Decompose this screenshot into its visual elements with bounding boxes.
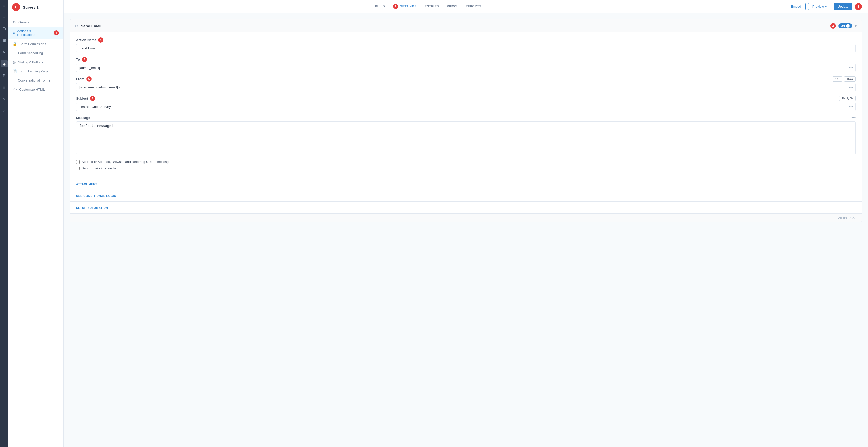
sidebar-item-label-styling: Styling & Buttons [18, 60, 43, 64]
toggle-label: ON [841, 24, 845, 27]
tab-entries[interactable]: ENTRIES [425, 1, 439, 13]
landing-page-icon: 📄 [13, 69, 17, 73]
action-name-label: Action Name 4 [76, 37, 103, 42]
rail-circle2-icon[interactable]: ○ [1, 95, 8, 102]
to-input[interactable] [76, 63, 856, 72]
action-id-text: Action ID: 22 [838, 216, 856, 220]
subject-label-row: Subject 7 Reply To [76, 96, 856, 101]
general-icon: ⚙ [13, 20, 16, 24]
conditional-logic-title[interactable]: USE CONDITIONAL LOGIC [76, 195, 116, 198]
send-email-card: ✉ Send Email 3 ON ▾ [70, 19, 862, 222]
message-textarea[interactable]: [default-message] [76, 121, 856, 154]
sidebar-header: F Survey 1 [8, 0, 63, 14]
rail-grid-icon[interactable]: ⊞ [1, 84, 8, 91]
sidebar-item-form-permissions[interactable]: 🔒 Form Permissions [8, 39, 63, 48]
rail-pin-icon[interactable]: ⚲ [1, 49, 8, 56]
sidebar-item-actions-notifications[interactable]: ≡ Actions & Notifications 1 [8, 27, 63, 39]
tab-build[interactable]: BUILD [375, 1, 385, 13]
from-label: From 6 [76, 77, 92, 82]
attachment-section[interactable]: ATTACHMENT [70, 178, 862, 189]
subject-input-wrapper: ••• [76, 102, 856, 111]
subject-group: Subject 7 Reply To ••• [76, 96, 856, 111]
permissions-icon: 🔒 [13, 42, 17, 46]
action-name-input[interactable] [76, 44, 856, 52]
conditional-logic-section[interactable]: USE CONDITIONAL LOGIC [70, 189, 862, 202]
icon-rail: ≡ + ⧠ ▣ ⚲ ◉ ⚙ ⊞ ○ ▷ [0, 0, 8, 447]
subject-dots-icon[interactable]: ••• [849, 105, 853, 109]
envelope-icon: ✉ [75, 24, 79, 28]
rail-layers-icon[interactable]: ⧠ [1, 25, 8, 32]
toggle-on-switch[interactable]: ON [838, 23, 852, 28]
bcc-button[interactable]: BCC [844, 77, 856, 82]
message-actions: ••• [851, 115, 856, 120]
card-collapse-icon[interactable]: ▾ [855, 24, 857, 28]
sidebar-item-form-scheduling[interactable]: ⊡ Form Scheduling [8, 48, 63, 57]
append-ip-label: Append IP Address, Browser, and Referrin… [82, 160, 170, 164]
from-label-row: From 6 CC BCC [76, 77, 856, 82]
from-input[interactable] [76, 83, 856, 91]
sidebar-item-label-landing: Form Landing Page [20, 69, 48, 73]
rail-chat-icon[interactable]: ▣ [1, 37, 8, 44]
message-label: Message [76, 116, 90, 120]
append-ip-checkbox-row: Append IP Address, Browser, and Referrin… [76, 160, 856, 164]
sidebar-item-label-general: General [19, 20, 30, 24]
card-footer: Action ID: 22 [70, 213, 862, 222]
sidebar: F Survey 1 ⚙ General ≡ Actions & Notific… [8, 0, 64, 447]
sidebar-item-label-html: Customize HTML [19, 88, 44, 91]
update-button[interactable]: Update [834, 3, 852, 10]
from-input-wrapper: ••• [76, 83, 856, 91]
sidebar-item-label-conversational: Conversational Forms [18, 79, 50, 82]
message-label-row: Message ••• [76, 115, 856, 120]
sidebar-item-conversational-forms[interactable]: ▱ Conversational Forms [8, 76, 63, 85]
rail-circle-icon[interactable]: ◉ [1, 60, 8, 67]
top-nav-actions: Embed Preview ▾ Update 8 [786, 3, 862, 10]
card-header: ✉ Send Email 3 ON ▾ [70, 20, 862, 32]
app-logo: F [12, 3, 20, 11]
action-name-badge: 4 [98, 37, 103, 42]
actions-badge: 1 [54, 30, 59, 35]
subject-input[interactable] [76, 102, 856, 111]
setup-automation-title[interactable]: SETUP AUTOMATION [76, 206, 108, 209]
sidebar-item-styling-buttons[interactable]: ◎ Styling & Buttons [8, 57, 63, 66]
subject-label: Subject 7 [76, 96, 95, 101]
main-area: BUILD 2 SETTINGS ENTRIES VIEWS REPORTS E… [64, 0, 868, 447]
preview-button[interactable]: Preview ▾ [808, 3, 831, 10]
tab-settings[interactable]: 2 SETTINGS [393, 0, 416, 13]
to-dots-icon[interactable]: ••• [849, 65, 853, 70]
main-content: ✉ Send Email 3 ON ▾ [64, 13, 868, 447]
html-icon: <> [13, 87, 17, 91]
action-name-label-row: Action Name 4 [76, 37, 856, 42]
rail-play-icon[interactable]: ▷ [1, 107, 8, 114]
append-ip-checkbox[interactable] [76, 160, 80, 164]
rail-wrench-icon[interactable]: ⚙ [1, 72, 8, 79]
to-badge: 5 [82, 57, 87, 62]
sidebar-item-label-permissions: Form Permissions [20, 42, 46, 46]
plain-text-checkbox[interactable] [76, 167, 80, 170]
action-name-group: Action Name 4 [76, 37, 856, 52]
sidebar-item-form-landing-page[interactable]: 📄 Form Landing Page [8, 66, 63, 76]
toggle-circle [846, 24, 849, 28]
sidebar-item-customize-html[interactable]: <> Customize HTML [8, 85, 63, 94]
message-dots-icon[interactable]: ••• [851, 115, 856, 120]
conversational-icon: ▱ [13, 78, 16, 82]
to-group: To 5 ••• [76, 57, 856, 72]
tab-reports[interactable]: REPORTS [466, 1, 481, 13]
rail-add-icon[interactable]: + [1, 14, 8, 21]
tab-views[interactable]: VIEWS [447, 1, 458, 13]
card-body: Action Name 4 To 5 [70, 32, 862, 178]
styling-icon: ◎ [13, 60, 16, 64]
reply-to-button[interactable]: Reply To [839, 96, 856, 101]
scheduling-icon: ⊡ [13, 51, 16, 55]
actions-icon: ≡ [13, 31, 15, 35]
sidebar-item-label-actions: Actions & Notifications [17, 29, 50, 37]
to-input-wrapper: ••• [76, 63, 856, 72]
subject-badge: 7 [90, 96, 95, 101]
user-avatar-badge[interactable]: 8 [855, 3, 862, 10]
sidebar-item-general[interactable]: ⚙ General [8, 18, 63, 27]
rail-forms-icon[interactable]: ≡ [1, 2, 8, 9]
attachment-title[interactable]: ATTACHMENT [76, 182, 97, 185]
from-dots-icon[interactable]: ••• [849, 85, 853, 90]
embed-button[interactable]: Embed [786, 3, 806, 10]
setup-automation-section[interactable]: SETUP AUTOMATION [70, 202, 862, 213]
cc-button[interactable]: CC [833, 77, 842, 82]
